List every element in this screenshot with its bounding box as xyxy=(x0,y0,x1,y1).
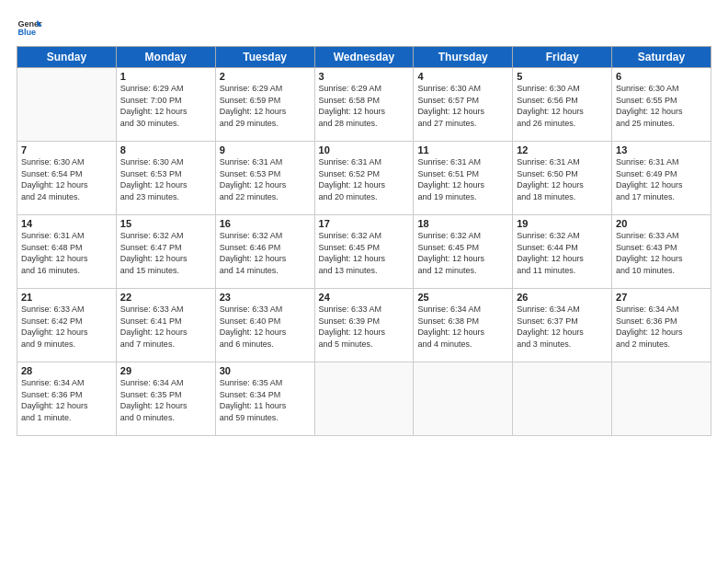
calendar-day-cell: 28Sunrise: 6:34 AM Sunset: 6:36 PM Dayli… xyxy=(17,362,117,436)
day-number: 24 xyxy=(319,292,410,303)
calendar-week-row: 7Sunrise: 6:30 AM Sunset: 6:54 PM Daylig… xyxy=(17,142,711,215)
calendar-table: SundayMondayTuesdayWednesdayThursdayFrid… xyxy=(17,46,711,436)
day-info: Sunrise: 6:30 AM Sunset: 6:55 PM Dayligh… xyxy=(616,83,707,129)
weekday-header: Tuesday xyxy=(215,47,314,68)
day-info: Sunrise: 6:34 AM Sunset: 6:36 PM Dayligh… xyxy=(616,304,707,350)
day-info: Sunrise: 6:34 AM Sunset: 6:37 PM Dayligh… xyxy=(517,304,608,350)
day-info: Sunrise: 6:33 AM Sunset: 6:40 PM Dayligh… xyxy=(220,304,311,350)
day-number: 8 xyxy=(120,144,211,155)
page: General Blue SundayMondayTuesdayWednesda… xyxy=(0,0,728,563)
day-number: 12 xyxy=(517,144,608,155)
calendar-day-cell xyxy=(513,362,612,436)
calendar-day-cell: 30Sunrise: 6:35 AM Sunset: 6:34 PM Dayli… xyxy=(215,362,314,436)
day-info: Sunrise: 6:32 AM Sunset: 6:44 PM Dayligh… xyxy=(517,230,608,276)
day-info: Sunrise: 6:31 AM Sunset: 6:49 PM Dayligh… xyxy=(616,156,707,202)
weekday-header: Friday xyxy=(513,47,612,68)
calendar-day-cell xyxy=(612,362,711,436)
weekday-header: Wednesday xyxy=(314,47,414,68)
day-number: 13 xyxy=(616,144,707,155)
day-info: Sunrise: 6:30 AM Sunset: 6:54 PM Dayligh… xyxy=(21,156,112,202)
calendar-day-cell: 11Sunrise: 6:31 AM Sunset: 6:51 PM Dayli… xyxy=(414,142,513,215)
day-number: 22 xyxy=(120,292,211,303)
day-number: 26 xyxy=(517,292,608,303)
calendar-day-cell: 29Sunrise: 6:34 AM Sunset: 6:35 PM Dayli… xyxy=(116,362,215,436)
day-number: 30 xyxy=(220,365,311,376)
calendar-day-cell: 18Sunrise: 6:32 AM Sunset: 6:45 PM Dayli… xyxy=(414,215,513,289)
day-number: 21 xyxy=(21,292,112,303)
day-info: Sunrise: 6:29 AM Sunset: 7:00 PM Dayligh… xyxy=(120,83,211,129)
day-number: 23 xyxy=(220,292,311,303)
day-info: Sunrise: 6:31 AM Sunset: 6:50 PM Dayligh… xyxy=(517,156,608,202)
svg-text:Blue: Blue xyxy=(17,28,36,37)
day-info: Sunrise: 6:32 AM Sunset: 6:45 PM Dayligh… xyxy=(319,230,410,276)
day-info: Sunrise: 6:29 AM Sunset: 6:59 PM Dayligh… xyxy=(220,83,311,129)
day-info: Sunrise: 6:29 AM Sunset: 6:58 PM Dayligh… xyxy=(319,83,410,129)
day-info: Sunrise: 6:33 AM Sunset: 6:39 PM Dayligh… xyxy=(319,304,410,350)
day-number: 27 xyxy=(616,292,707,303)
day-number: 16 xyxy=(220,218,311,229)
weekday-header: Thursday xyxy=(414,47,513,68)
day-info: Sunrise: 6:34 AM Sunset: 6:36 PM Dayligh… xyxy=(21,377,112,423)
day-number: 7 xyxy=(21,144,112,155)
day-number: 18 xyxy=(417,218,508,229)
calendar-day-cell xyxy=(314,362,414,436)
day-number: 17 xyxy=(319,218,410,229)
calendar-day-cell: 25Sunrise: 6:34 AM Sunset: 6:38 PM Dayli… xyxy=(414,289,513,362)
day-number: 1 xyxy=(120,71,211,82)
day-info: Sunrise: 6:30 AM Sunset: 6:57 PM Dayligh… xyxy=(417,83,508,129)
calendar-day-cell xyxy=(414,362,513,436)
calendar-day-cell: 2Sunrise: 6:29 AM Sunset: 6:59 PM Daylig… xyxy=(215,68,314,142)
weekday-header-row: SundayMondayTuesdayWednesdayThursdayFrid… xyxy=(17,47,711,68)
day-number: 14 xyxy=(21,218,112,229)
day-number: 10 xyxy=(319,144,410,155)
calendar-day-cell: 16Sunrise: 6:32 AM Sunset: 6:46 PM Dayli… xyxy=(215,215,314,289)
day-number: 5 xyxy=(517,71,608,82)
calendar-day-cell: 24Sunrise: 6:33 AM Sunset: 6:39 PM Dayli… xyxy=(314,289,414,362)
calendar-day-cell: 15Sunrise: 6:32 AM Sunset: 6:47 PM Dayli… xyxy=(116,215,215,289)
day-number: 19 xyxy=(517,218,608,229)
header: General Blue xyxy=(17,15,711,40)
calendar-day-cell: 3Sunrise: 6:29 AM Sunset: 6:58 PM Daylig… xyxy=(314,68,414,142)
day-info: Sunrise: 6:30 AM Sunset: 6:56 PM Dayligh… xyxy=(517,83,608,129)
calendar-day-cell: 17Sunrise: 6:32 AM Sunset: 6:45 PM Dayli… xyxy=(314,215,414,289)
calendar-day-cell: 27Sunrise: 6:34 AM Sunset: 6:36 PM Dayli… xyxy=(612,289,711,362)
logo-icon: General Blue xyxy=(17,15,42,40)
day-number: 6 xyxy=(616,71,707,82)
calendar-day-cell: 1Sunrise: 6:29 AM Sunset: 7:00 PM Daylig… xyxy=(116,68,215,142)
day-number: 2 xyxy=(220,71,311,82)
day-info: Sunrise: 6:34 AM Sunset: 6:35 PM Dayligh… xyxy=(120,377,211,423)
calendar-day-cell: 19Sunrise: 6:32 AM Sunset: 6:44 PM Dayli… xyxy=(513,215,612,289)
day-number: 15 xyxy=(120,218,211,229)
day-info: Sunrise: 6:31 AM Sunset: 6:53 PM Dayligh… xyxy=(220,156,311,202)
calendar-week-row: 1Sunrise: 6:29 AM Sunset: 7:00 PM Daylig… xyxy=(17,68,711,142)
day-info: Sunrise: 6:35 AM Sunset: 6:34 PM Dayligh… xyxy=(220,377,311,423)
weekday-header: Saturday xyxy=(612,47,711,68)
calendar-day-cell: 14Sunrise: 6:31 AM Sunset: 6:48 PM Dayli… xyxy=(17,215,117,289)
calendar-day-cell: 6Sunrise: 6:30 AM Sunset: 6:55 PM Daylig… xyxy=(612,68,711,142)
weekday-header: Monday xyxy=(116,47,215,68)
calendar-day-cell: 21Sunrise: 6:33 AM Sunset: 6:42 PM Dayli… xyxy=(17,289,117,362)
logo: General Blue xyxy=(17,15,42,40)
day-info: Sunrise: 6:32 AM Sunset: 6:47 PM Dayligh… xyxy=(120,230,211,276)
calendar-day-cell: 23Sunrise: 6:33 AM Sunset: 6:40 PM Dayli… xyxy=(215,289,314,362)
day-number: 28 xyxy=(21,365,112,376)
calendar-day-cell: 7Sunrise: 6:30 AM Sunset: 6:54 PM Daylig… xyxy=(17,142,117,215)
calendar-day-cell: 20Sunrise: 6:33 AM Sunset: 6:43 PM Dayli… xyxy=(612,215,711,289)
day-number: 3 xyxy=(319,71,410,82)
calendar-day-cell xyxy=(17,68,117,142)
day-number: 4 xyxy=(417,71,508,82)
day-info: Sunrise: 6:34 AM Sunset: 6:38 PM Dayligh… xyxy=(417,304,508,350)
calendar-day-cell: 26Sunrise: 6:34 AM Sunset: 6:37 PM Dayli… xyxy=(513,289,612,362)
calendar-day-cell: 5Sunrise: 6:30 AM Sunset: 6:56 PM Daylig… xyxy=(513,68,612,142)
day-number: 11 xyxy=(417,144,508,155)
day-info: Sunrise: 6:30 AM Sunset: 6:53 PM Dayligh… xyxy=(120,156,211,202)
calendar-day-cell: 4Sunrise: 6:30 AM Sunset: 6:57 PM Daylig… xyxy=(414,68,513,142)
calendar-week-row: 21Sunrise: 6:33 AM Sunset: 6:42 PM Dayli… xyxy=(17,289,711,362)
day-info: Sunrise: 6:32 AM Sunset: 6:46 PM Dayligh… xyxy=(220,230,311,276)
calendar-week-row: 14Sunrise: 6:31 AM Sunset: 6:48 PM Dayli… xyxy=(17,215,711,289)
calendar-day-cell: 8Sunrise: 6:30 AM Sunset: 6:53 PM Daylig… xyxy=(116,142,215,215)
day-number: 29 xyxy=(120,365,211,376)
weekday-header: Sunday xyxy=(17,47,117,68)
calendar-day-cell: 22Sunrise: 6:33 AM Sunset: 6:41 PM Dayli… xyxy=(116,289,215,362)
day-number: 20 xyxy=(616,218,707,229)
